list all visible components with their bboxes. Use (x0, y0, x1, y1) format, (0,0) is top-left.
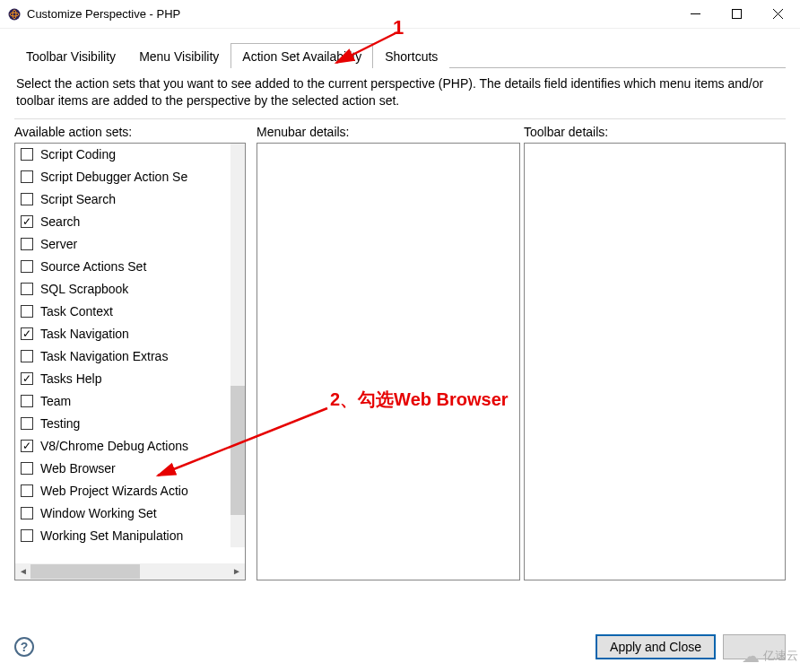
toolbar-details-label: Toolbar details: (524, 125, 786, 139)
scroll-right-icon[interactable]: ► (230, 564, 244, 579)
titlebar: Customize Perspective - PHP (0, 0, 800, 29)
list-item-label: Source Actions Set (40, 259, 146, 274)
checkbox[interactable] (21, 193, 33, 205)
list-item[interactable]: Source Actions Set (15, 256, 234, 278)
list-item-label: Tasks Help (40, 371, 101, 386)
checkbox[interactable] (21, 484, 33, 497)
cloud-icon: ☁ (742, 645, 760, 667)
list-item[interactable]: Task Context (15, 301, 234, 323)
tab-action-set-availability[interactable]: Action Set Availability (230, 43, 373, 68)
list-item-label: Window Working Set (40, 506, 157, 520)
list-item-label: Web Project Wizards Actio (40, 484, 188, 498)
list-item[interactable]: Script Coding (15, 144, 234, 166)
list-item[interactable]: Task Navigation (15, 323, 234, 345)
columns: Available action sets: Script CodingScri… (14, 125, 786, 580)
window-title: Customize Perspective - PHP (27, 7, 180, 21)
tab-toolbar-visibility[interactable]: Toolbar Visibility (14, 43, 127, 68)
watermark: ☁ 亿速云 (742, 645, 798, 667)
checkbox[interactable] (21, 148, 33, 161)
list-item-label: Working Set Manipulation (40, 528, 183, 543)
checkbox[interactable] (21, 170, 33, 183)
apply-and-close-button[interactable]: Apply and Close (596, 634, 716, 659)
list-item-label: V8/Chrome Debug Actions (40, 439, 188, 453)
list-item-label: Search (40, 214, 80, 229)
list-item-label: Script Debugger Action Se (40, 170, 187, 184)
checkbox[interactable] (21, 305, 33, 318)
maximize-button[interactable] (716, 1, 757, 28)
menubar-details-list[interactable] (257, 143, 520, 580)
available-action-sets-label: Available action sets: (14, 125, 246, 139)
minimize-button[interactable] (674, 1, 716, 28)
list-item[interactable]: Web Project Wizards Actio (15, 480, 234, 502)
available-action-sets-list[interactable]: Script CodingScript Debugger Action SeSc… (14, 143, 246, 580)
list-item-label: Script Search (40, 192, 116, 206)
list-item[interactable]: V8/Chrome Debug Actions (15, 435, 234, 458)
list-item[interactable]: Team (15, 390, 234, 413)
dialog-body: Toolbar Visibility Menu Visibility Actio… (0, 29, 800, 580)
list-item[interactable]: Window Working Set (15, 502, 234, 525)
list-item-label: Web Browser (40, 461, 116, 476)
tab-bar: Toolbar Visibility Menu Visibility Actio… (14, 43, 786, 68)
list-item-label: SQL Scrapbook (40, 282, 128, 296)
checkbox[interactable] (21, 417, 33, 430)
list-item[interactable]: Server (15, 233, 234, 256)
close-button[interactable] (757, 1, 798, 28)
scroll-left-icon[interactable]: ◄ (16, 564, 30, 579)
checkbox[interactable] (21, 507, 33, 519)
tab-shortcuts[interactable]: Shortcuts (373, 43, 449, 68)
list-item[interactable]: Script Search (15, 188, 234, 211)
checkbox[interactable] (21, 350, 33, 362)
checkbox[interactable] (21, 215, 33, 228)
list-item-label: Task Navigation (40, 327, 129, 341)
tab-menu-visibility[interactable]: Menu Visibility (127, 43, 230, 68)
list-item[interactable]: Script Debugger Action Se (15, 166, 234, 188)
checkbox[interactable] (21, 260, 33, 273)
list-item[interactable]: Working Set Manipulation (15, 525, 234, 547)
checkbox[interactable] (21, 372, 33, 385)
tab-description: Select the action sets that you want to … (14, 68, 786, 119)
svg-rect-4 (732, 10, 741, 19)
list-item[interactable]: Search (15, 211, 234, 233)
list-item[interactable]: Tasks Help (15, 368, 234, 390)
checkbox[interactable] (21, 283, 33, 295)
checkbox[interactable] (21, 238, 33, 250)
checkbox[interactable] (21, 395, 33, 407)
list-item-label: Server (40, 237, 77, 251)
list-item-label: Team (40, 394, 71, 408)
checkbox[interactable] (21, 327, 33, 340)
list-item[interactable]: SQL Scrapbook (15, 278, 234, 301)
bottom-bar: ? Apply and Close (0, 622, 800, 672)
list-item[interactable]: Testing (15, 413, 234, 435)
list-item-label: Script Coding (40, 147, 116, 161)
eclipse-icon (7, 7, 22, 22)
list-item[interactable]: Task Navigation Extras (15, 345, 234, 368)
watermark-text: 亿速云 (763, 648, 798, 664)
list-item-label: Testing (40, 416, 80, 431)
toolbar-details-list[interactable] (524, 143, 786, 580)
help-icon[interactable]: ? (14, 637, 34, 657)
horizontal-scrollbar[interactable]: ◄ ► (15, 563, 245, 580)
checkbox[interactable] (21, 529, 33, 542)
menubar-details-label: Menubar details: (257, 125, 520, 139)
checkbox[interactable] (21, 462, 33, 475)
checkbox[interactable] (21, 440, 33, 452)
list-item-label: Task Context (40, 304, 113, 319)
vertical-scrollbar[interactable] (230, 144, 245, 547)
list-item-label: Task Navigation Extras (40, 349, 168, 363)
list-item[interactable]: Web Browser (15, 458, 234, 480)
